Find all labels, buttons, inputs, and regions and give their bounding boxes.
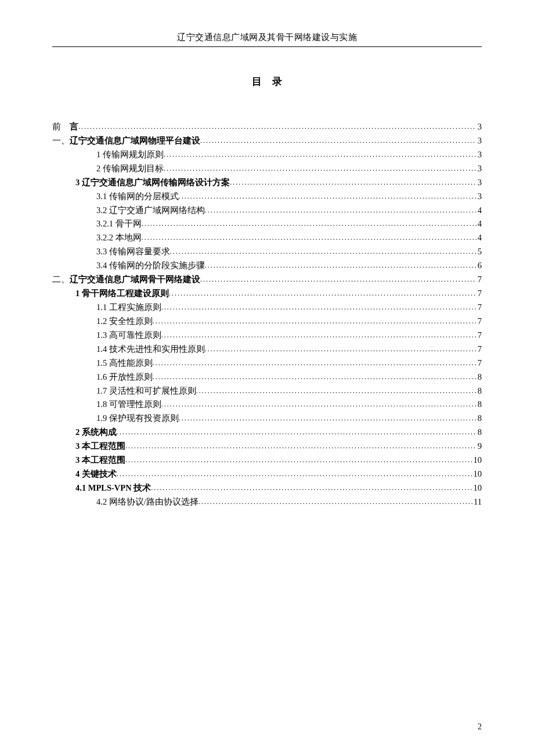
document-header-title: 辽宁交通信息广域网及其骨干网络建设与实施 [0,0,534,46]
table-of-contents: 前 言.....................................… [52,120,482,509]
toc-leader-dots: ........................................… [230,177,477,189]
toc-entry: 1.6 开放性原则...............................… [52,370,482,384]
toc-entry-page: 8 [477,412,482,426]
toc-entry-label: 2 系统构成 [75,426,117,440]
toc-leader-dots: ........................................… [153,358,477,369]
toc-entry-label: 一、辽宁交通信息广域网物理平台建设 [52,134,200,148]
toc-entry-page: 3 [477,162,482,176]
toc-entry-page: 7 [477,273,482,287]
toc-leader-dots: ........................................… [164,149,477,161]
toc-leader-dots: ........................................… [196,386,477,397]
toc-entry-label: 3 本工程范围 [75,453,125,467]
toc-entry-page: 4 [477,217,482,231]
toc-leader-dots: ........................................… [117,469,472,480]
toc-entry-page: 5 [477,245,482,259]
toc-entry: 1.1 工程实施原则..............................… [52,301,482,315]
toc-leader-dots: ........................................… [200,135,477,147]
toc-entry: 3.4 传输网的分阶段实施步骤.........................… [52,259,482,273]
toc-entry: 4.1 MPLS-VPN 技术 ........................… [52,481,482,495]
toc-entry: 一、辽宁交通信息广域网物理平台建设 ......................… [52,134,482,148]
toc-entry-label: 3 本工程范围 [75,440,125,453]
toc-entry-label: 1.5 高性能原则 [96,357,153,370]
toc-entry: 4 关键技术..................................… [52,467,482,481]
toc-leader-dots: ........................................… [205,344,477,355]
toc-entry: 3.2.2 本地网...............................… [52,231,482,245]
toc-entry: 1 骨干网络工程建设原则 ...........................… [52,287,482,301]
toc-entry: 2 传输网规划目标...............................… [52,162,482,176]
toc-leader-dots: ........................................… [170,246,477,258]
toc-entry: 1 传输网规划原则...............................… [52,148,482,162]
toc-entry-label: 1.4 技术先进性和实用性原则 [96,343,205,357]
toc-entry-page: 8 [477,398,482,412]
toc-leader-dots: ........................................… [200,274,477,286]
toc-entry-page: 7 [477,343,482,357]
toc-entry-page: 8 [477,426,482,440]
toc-leader-dots: ........................................… [153,316,477,327]
toc-leader-dots: ........................................… [205,260,477,272]
toc-entry-label: 3.1 传输网的分层模式 [96,190,179,204]
toc-entry: 3.1 传输网的分层模式............................… [52,190,482,204]
toc-entry: 1.2 安全性原则...............................… [52,315,482,329]
toc-leader-dots: ........................................… [169,288,477,300]
toc-entry-page: 11 [472,495,482,509]
toc-entry-label: 3 辽宁交通信息广域网传输网络设计方案 [75,176,230,190]
toc-entry-label: 1.1 工程实施原则 [96,301,161,315]
toc-leader-dots: ........................................… [125,455,472,466]
toc-entry: 1.5 高性能原则...............................… [52,357,482,370]
toc-entry-label: 前 言 [52,120,78,134]
toc-entry-label: 3.2 辽宁交通广域网网络结构 [96,204,205,218]
toc-entry-page: 7 [477,329,482,343]
toc-entry-label: 1.3 高可靠性原则 [96,329,161,343]
toc-entry: 3.2.1 骨干网...............................… [52,217,482,231]
toc-entry-label: 2 传输网规划目标 [96,162,164,176]
toc-entry-label: 3.3 传输网容量要求 [96,245,170,259]
toc-entry: 1.3 高可靠性原则..............................… [52,329,482,343]
toc-leader-dots: ........................................… [153,372,477,383]
toc-entry-label: 1.2 安全性原则 [96,315,153,329]
toc-entry: 前 言.....................................… [52,120,482,134]
toc-leader-dots: ........................................… [199,496,472,508]
toc-leader-dots: ........................................… [117,427,477,438]
toc-leader-dots: ........................................… [161,399,477,411]
toc-entry-page: 3 [477,120,482,134]
toc-entry: 2 系统构成..................................… [52,426,482,440]
toc-entry-label: 1.8 可管理性原则 [96,398,161,412]
toc-entry-page: 3 [477,176,482,190]
toc-entry-page: 10 [472,481,482,495]
toc-leader-dots: ........................................… [179,413,477,424]
toc-leader-dots: ........................................… [161,302,477,314]
toc-leader-dots: ........................................… [142,232,477,244]
toc-entry: 3 辽宁交通信息广域网传输网络设计方案 ....................… [52,176,482,190]
toc-entry-label: 1 骨干网络工程建设原则 [75,287,169,301]
toc-entry-page: 3 [477,148,482,162]
toc-entry-label: 1 传输网规划原则 [96,148,164,162]
toc-entry-page: 3 [477,134,482,148]
toc-entry-label: 4.1 MPLS-VPN 技术 [75,481,151,495]
toc-entry-label: 二、辽宁交通信息广域网骨干网络建设 [52,273,200,287]
toc-entry: 3.3 传输网容量要求.............................… [52,245,482,259]
toc-entry-page: 7 [477,357,482,370]
toc-entry: 1.7 灵活性和可扩展性原则..........................… [52,384,482,398]
toc-entry: 1.9 保护现有投资原则............................… [52,412,482,426]
toc-leader-dots: ........................................… [125,441,477,452]
toc-entry: 二、辽宁交通信息广域网骨干网络建设.......................… [52,273,482,287]
toc-leader-dots: ........................................… [179,191,477,203]
toc-entry-label: 3.2.2 本地网 [96,231,142,245]
toc-entry-page: 8 [477,384,482,398]
toc-entry-page: 9 [477,440,482,453]
toc-entry: 1.4 技术先进性和实用性原则.........................… [52,343,482,357]
toc-entry-label: 4.2 网络协议/路由协议选择 [96,495,199,509]
toc-entry-page: 7 [477,315,482,329]
toc-entry-page: 4 [477,204,482,218]
page-number: 2 [478,722,482,732]
toc-leader-dots: ........................................… [205,205,477,217]
toc-entry-page: 8 [477,370,482,384]
toc-entry-page: 10 [472,467,482,481]
toc-entry-page: 4 [477,231,482,245]
toc-leader-dots: ........................................… [164,163,477,175]
toc-leader-dots: ........................................… [142,218,477,230]
toc-entry: 3 本工程范围.................................… [52,453,482,467]
toc-entry: 1.8 可管理性原则..............................… [52,398,482,412]
toc-entry-label: 3.2.1 骨干网 [96,217,142,231]
header-divider [52,46,482,47]
